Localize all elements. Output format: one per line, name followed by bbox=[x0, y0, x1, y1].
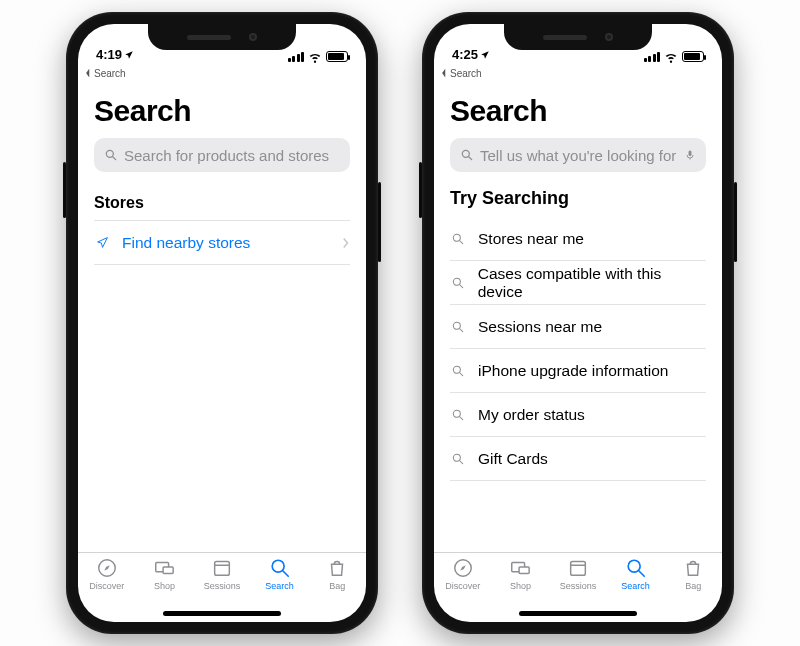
location-icon bbox=[124, 50, 134, 60]
cellular-icon bbox=[644, 52, 661, 62]
microphone-icon[interactable] bbox=[684, 147, 696, 163]
status-icons bbox=[288, 51, 349, 62]
search-input[interactable]: Search for products and stores bbox=[94, 138, 350, 172]
back-breadcrumb[interactable]: Search bbox=[434, 64, 722, 82]
search-icon bbox=[450, 232, 466, 246]
notch bbox=[148, 24, 296, 50]
search-icon bbox=[450, 452, 466, 466]
page-content: Search Tell us what you're looking for T… bbox=[434, 82, 722, 552]
suggestion-label: Sessions near me bbox=[478, 318, 602, 336]
svg-line-17 bbox=[460, 328, 463, 331]
back-label: Search bbox=[450, 68, 482, 79]
search-icon bbox=[450, 408, 466, 422]
screen: 4:19 Search Search Search for product bbox=[78, 24, 366, 622]
tab-bag[interactable]: Bag bbox=[308, 557, 366, 622]
suggestion-row[interactable]: My order status bbox=[450, 393, 706, 437]
svg-point-16 bbox=[453, 322, 460, 329]
location-arrow-icon bbox=[94, 236, 110, 249]
svg-line-15 bbox=[460, 284, 463, 287]
svg-line-23 bbox=[460, 460, 463, 463]
tab-label: Discover bbox=[445, 581, 480, 591]
svg-line-8 bbox=[282, 571, 288, 577]
tab-label: Sessions bbox=[560, 581, 597, 591]
svg-rect-26 bbox=[519, 567, 529, 573]
tab-label: Shop bbox=[154, 581, 175, 591]
svg-point-22 bbox=[453, 454, 460, 461]
search-icon bbox=[450, 364, 466, 378]
svg-point-14 bbox=[453, 278, 460, 285]
svg-line-30 bbox=[638, 571, 644, 577]
notch bbox=[504, 24, 652, 50]
suggestion-label: iPhone upgrade information bbox=[478, 362, 668, 380]
phone-left: 4:19 Search Search Search for product bbox=[66, 12, 378, 634]
search-placeholder: Tell us what you're looking for bbox=[480, 147, 678, 164]
svg-point-0 bbox=[106, 150, 113, 157]
tab-discover[interactable]: Discover bbox=[434, 557, 492, 622]
svg-point-20 bbox=[453, 410, 460, 417]
tab-label: Search bbox=[265, 581, 294, 591]
svg-line-1 bbox=[113, 157, 116, 160]
search-icon bbox=[104, 148, 118, 162]
search-icon bbox=[450, 320, 466, 334]
status-time: 4:19 bbox=[96, 47, 134, 62]
chevron-right-icon bbox=[342, 237, 350, 249]
suggestion-row[interactable]: Cases compatible with this device bbox=[450, 261, 706, 305]
tab-label: Search bbox=[621, 581, 650, 591]
suggestion-row[interactable]: Gift Cards bbox=[450, 437, 706, 481]
section-heading-try: Try Searching bbox=[450, 188, 706, 209]
tab-label: Shop bbox=[510, 581, 531, 591]
screen: 4:25 Search Search Tell us what you'r bbox=[434, 24, 722, 622]
svg-point-9 bbox=[462, 150, 469, 157]
home-indicator[interactable] bbox=[519, 611, 637, 616]
svg-point-12 bbox=[453, 234, 460, 241]
suggestion-label: Gift Cards bbox=[478, 450, 548, 468]
suggestion-row[interactable]: Sessions near me bbox=[450, 305, 706, 349]
svg-line-19 bbox=[460, 372, 463, 375]
location-icon bbox=[480, 50, 490, 60]
tab-label: Bag bbox=[685, 581, 701, 591]
tab-bag[interactable]: Bag bbox=[664, 557, 722, 622]
tab-label: Bag bbox=[329, 581, 345, 591]
tab-discover[interactable]: Discover bbox=[78, 557, 136, 622]
svg-rect-27 bbox=[571, 562, 586, 576]
svg-rect-5 bbox=[215, 562, 230, 576]
tab-label: Discover bbox=[89, 581, 124, 591]
back-breadcrumb[interactable]: Search bbox=[78, 64, 366, 82]
svg-line-13 bbox=[460, 240, 463, 243]
suggestion-label: Cases compatible with this device bbox=[478, 265, 706, 301]
status-icons bbox=[644, 51, 705, 62]
home-indicator[interactable] bbox=[163, 611, 281, 616]
row-label: Find nearby stores bbox=[122, 234, 250, 252]
section-heading-stores: Stores bbox=[94, 194, 350, 212]
search-icon bbox=[450, 276, 466, 290]
svg-line-21 bbox=[460, 416, 463, 419]
svg-rect-11 bbox=[689, 151, 692, 157]
wifi-icon bbox=[664, 52, 678, 62]
search-placeholder: Search for products and stores bbox=[124, 147, 340, 164]
page-content: Search Search for products and stores St… bbox=[78, 82, 366, 552]
page-title: Search bbox=[450, 94, 706, 128]
page-title: Search bbox=[94, 94, 350, 128]
suggestion-row[interactable]: iPhone upgrade information bbox=[450, 349, 706, 393]
status-time: 4:25 bbox=[452, 47, 490, 62]
cellular-icon bbox=[288, 52, 305, 62]
suggestion-label: Stores near me bbox=[478, 230, 584, 248]
search-icon bbox=[460, 148, 474, 162]
battery-icon bbox=[682, 51, 704, 62]
svg-rect-4 bbox=[163, 567, 173, 573]
wifi-icon bbox=[308, 52, 322, 62]
time-text: 4:19 bbox=[96, 47, 122, 62]
svg-line-10 bbox=[469, 157, 472, 160]
suggestion-label: My order status bbox=[478, 406, 585, 424]
phone-right: 4:25 Search Search Tell us what you'r bbox=[422, 12, 734, 634]
find-nearby-stores-row[interactable]: Find nearby stores bbox=[94, 221, 350, 265]
search-input[interactable]: Tell us what you're looking for bbox=[450, 138, 706, 172]
battery-icon bbox=[326, 51, 348, 62]
back-label: Search bbox=[94, 68, 126, 79]
svg-point-18 bbox=[453, 366, 460, 373]
time-text: 4:25 bbox=[452, 47, 478, 62]
tab-label: Sessions bbox=[204, 581, 241, 591]
suggestion-row[interactable]: Stores near me bbox=[450, 217, 706, 261]
